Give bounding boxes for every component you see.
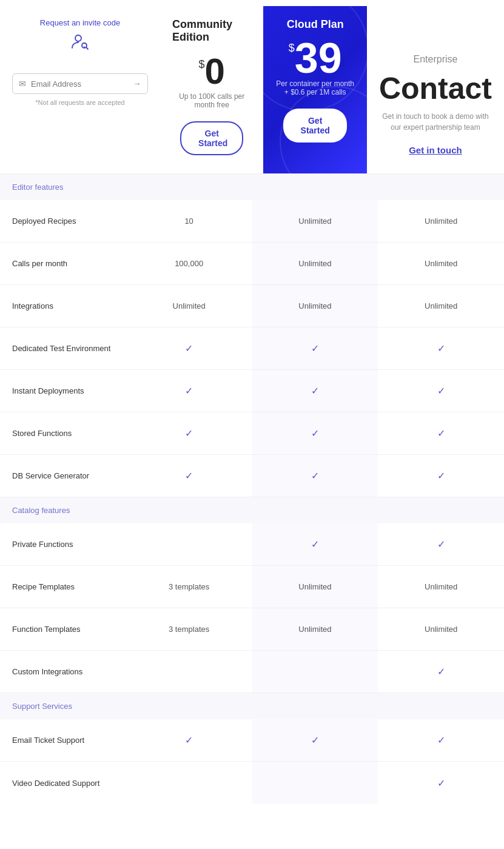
feature-row: Function Templates3 templatesUnlimitedUn… bbox=[0, 608, 504, 651]
enterprise-value: ✓ bbox=[378, 651, 504, 693]
enterprise-title: Contact bbox=[379, 71, 492, 106]
community-price: 0 bbox=[205, 53, 225, 90]
check-icon: ✓ bbox=[437, 777, 445, 789]
enterprise-value: Unlimited bbox=[378, 243, 504, 284]
community-subtitle: Up to 100K calls per month free bbox=[172, 92, 251, 109]
enterprise-value: Unlimited bbox=[378, 285, 504, 327]
cloud-value: ✓ bbox=[252, 455, 378, 497]
community-invite-col: Request an invite code ✉ → *Not all requ… bbox=[0, 6, 160, 173]
enterprise-value: Unlimited bbox=[378, 566, 504, 608]
feature-name: Function Templates bbox=[0, 608, 126, 650]
feature-name: Instant Deployments bbox=[0, 370, 126, 412]
email-icon: ✉ bbox=[19, 79, 26, 89]
feature-name: Private Functions bbox=[0, 523, 126, 565]
community-value: 100,000 bbox=[126, 243, 252, 284]
cloud-value: Unlimited bbox=[252, 566, 378, 608]
enterprise-value: Unlimited bbox=[378, 608, 504, 650]
enterprise-value: ✓ bbox=[378, 523, 504, 565]
feature-row: Stored Functions✓✓✓ bbox=[0, 412, 504, 455]
enterprise-label: Enterprise bbox=[413, 54, 457, 65]
community-value bbox=[126, 762, 252, 804]
cloud-value: ✓ bbox=[252, 523, 378, 565]
enterprise-value: Unlimited bbox=[378, 200, 504, 242]
feature-name: Dedicated Test Environment bbox=[0, 327, 126, 369]
community-value: ✓ bbox=[126, 327, 252, 369]
community-value: ✓ bbox=[126, 719, 252, 761]
community-value: ✓ bbox=[126, 455, 252, 497]
check-icon: ✓ bbox=[311, 343, 319, 354]
feature-row: Custom Integrations✓ bbox=[0, 651, 504, 693]
cloud-value: Unlimited bbox=[252, 608, 378, 650]
feature-name: Integrations bbox=[0, 285, 126, 327]
check-icon: ✓ bbox=[437, 539, 445, 550]
community-price-display: $ 0 bbox=[199, 53, 225, 90]
cloud-get-started-button[interactable]: Get Started bbox=[283, 109, 346, 143]
check-icon: ✓ bbox=[437, 734, 445, 746]
cloud-value bbox=[252, 762, 378, 804]
feature-name: Deployed Recipes bbox=[0, 200, 126, 242]
feature-row: Deployed Recipes10UnlimitedUnlimited bbox=[0, 200, 504, 243]
feature-row: Email Ticket Support✓✓✓ bbox=[0, 719, 504, 762]
check-icon: ✓ bbox=[437, 428, 445, 439]
cloud-plan-col: Cloud Plan $ 39 Per container per month … bbox=[263, 6, 366, 173]
community-value: 3 templates bbox=[126, 608, 252, 650]
invite-section: Request an invite code bbox=[40, 18, 120, 61]
check-icon: ✓ bbox=[311, 428, 319, 439]
section-label: Editor features bbox=[12, 183, 132, 192]
email-input-wrap[interactable]: ✉ → bbox=[12, 73, 148, 94]
check-icon: ✓ bbox=[311, 734, 319, 746]
community-value: 10 bbox=[126, 200, 252, 242]
check-icon: ✓ bbox=[185, 428, 193, 439]
section-header: Support Services bbox=[0, 693, 504, 719]
check-icon: ✓ bbox=[437, 343, 445, 354]
pricing-header: Request an invite code ✉ → *Not all requ… bbox=[0, 0, 504, 173]
feature-name: Recipe Templates bbox=[0, 566, 126, 608]
section-header: Editor features bbox=[0, 174, 504, 200]
community-get-started-button[interactable]: Get Started bbox=[180, 121, 243, 155]
get-in-touch-button[interactable]: Get in touch bbox=[409, 145, 462, 155]
feature-row: Private Functions✓✓ bbox=[0, 523, 504, 566]
cloud-value: ✓ bbox=[252, 327, 378, 369]
feature-name: Email Ticket Support bbox=[0, 719, 126, 761]
feature-row: Recipe Templates3 templatesUnlimitedUnli… bbox=[0, 566, 504, 608]
cloud-price: 39 bbox=[295, 37, 342, 79]
check-icon: ✓ bbox=[185, 343, 193, 354]
feature-row: DB Service Generator✓✓✓ bbox=[0, 455, 504, 497]
features-table: Editor features Deployed Recipes10Unlimi… bbox=[0, 173, 504, 804]
section-label: Catalog features bbox=[12, 506, 132, 515]
check-icon: ✓ bbox=[185, 734, 193, 746]
invite-icon bbox=[40, 32, 120, 55]
community-value bbox=[126, 651, 252, 693]
check-icon: ✓ bbox=[185, 470, 193, 482]
feature-row: IntegrationsUnlimitedUnlimitedUnlimited bbox=[0, 285, 504, 327]
check-icon: ✓ bbox=[437, 470, 445, 482]
submit-arrow-icon[interactable]: → bbox=[133, 79, 141, 89]
email-input[interactable] bbox=[31, 79, 133, 89]
community-value bbox=[126, 523, 252, 565]
community-dollar-sign: $ bbox=[199, 58, 205, 71]
community-value: 3 templates bbox=[126, 566, 252, 608]
community-value: ✓ bbox=[126, 370, 252, 412]
feature-row: Dedicated Test Environment✓✓✓ bbox=[0, 327, 504, 370]
cloud-dollar-sign: $ bbox=[289, 42, 295, 55]
cloud-value: Unlimited bbox=[252, 200, 378, 242]
invite-link[interactable]: Request an invite code bbox=[40, 18, 120, 27]
community-plan-name: Community Edition bbox=[172, 18, 251, 44]
cloud-value: ✓ bbox=[252, 412, 378, 454]
cloud-value: Unlimited bbox=[252, 285, 378, 327]
feature-name: Calls per month bbox=[0, 243, 126, 284]
cloud-value: Unlimited bbox=[252, 243, 378, 284]
feature-row: Instant Deployments✓✓✓ bbox=[0, 370, 504, 412]
enterprise-value: ✓ bbox=[378, 370, 504, 412]
check-icon: ✓ bbox=[311, 470, 319, 482]
enterprise-col: Enterprise Contact Get in touch to book … bbox=[367, 6, 504, 173]
check-icon: ✓ bbox=[185, 385, 193, 397]
cloud-value: ✓ bbox=[252, 719, 378, 761]
feature-row: Video Dedicated Support✓ bbox=[0, 762, 504, 804]
community-value: ✓ bbox=[126, 412, 252, 454]
feature-name: DB Service Generator bbox=[0, 455, 126, 497]
enterprise-value: ✓ bbox=[378, 455, 504, 497]
check-icon: ✓ bbox=[311, 385, 319, 397]
svg-point-0 bbox=[75, 35, 81, 41]
feature-name: Stored Functions bbox=[0, 412, 126, 454]
